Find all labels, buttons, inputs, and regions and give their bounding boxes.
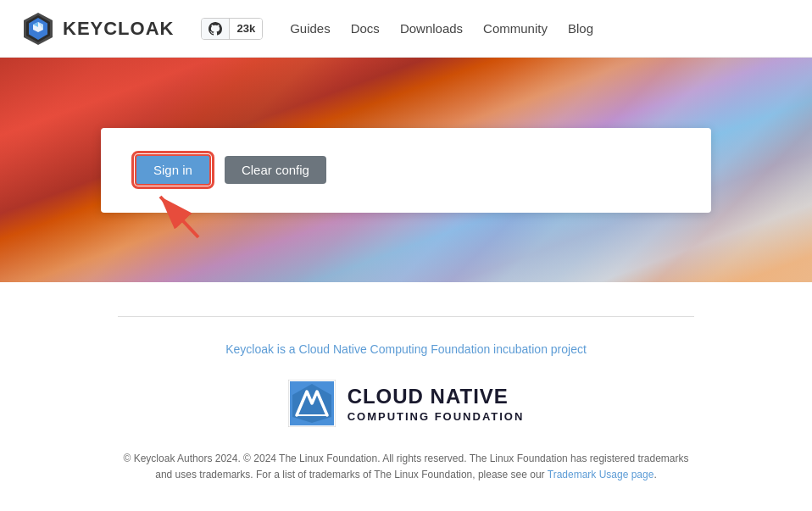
footer-section: Keycloak is a Cloud Native Computing Fou… [0, 282, 812, 508]
nav-docs[interactable]: Docs [351, 21, 380, 36]
cncf-logo-icon [288, 380, 336, 427]
logo-text: KEYCLOAK [63, 18, 174, 40]
nav-downloads[interactable]: Downloads [400, 21, 463, 36]
cncf-description: Keycloak is a Cloud Native Computing Fou… [225, 342, 587, 356]
nav-guides[interactable]: Guides [290, 21, 331, 36]
hero-card: Sign in Clear config [101, 128, 711, 213]
divider [118, 316, 694, 317]
main-nav: Guides Docs Downloads Community Blog [290, 21, 593, 36]
nav-blog[interactable]: Blog [568, 21, 593, 36]
hero-section: Sign in Clear config [0, 58, 812, 282]
sign-in-button[interactable]: Sign in [135, 154, 211, 186]
logo-link[interactable]: KEYCLOAK [20, 11, 174, 47]
keycloak-logo-icon [20, 11, 56, 47]
header: KEYCLOAK 23k Guides Docs Downloads Commu… [0, 0, 812, 58]
copyright-text: © Keycloak Authors 2024. © 2024 The Linu… [118, 451, 694, 483]
github-badge[interactable]: 23k [201, 18, 263, 40]
clear-config-button[interactable]: Clear config [225, 156, 326, 184]
cncf-name-line1: CLOUD NATIVE [348, 385, 525, 408]
github-icon [202, 19, 230, 39]
arrow-indicator [152, 186, 211, 242]
cncf-name-line2: COMPUTING FOUNDATION [348, 410, 525, 423]
trademark-link[interactable]: Trademark Usage page [548, 469, 654, 480]
svg-line-7 [160, 197, 198, 237]
nav-community[interactable]: Community [483, 21, 548, 36]
cncf-logo: CLOUD NATIVE COMPUTING FOUNDATION [288, 380, 525, 427]
github-star-count: 23k [230, 19, 262, 39]
cncf-logo-text: CLOUD NATIVE COMPUTING FOUNDATION [348, 385, 525, 423]
